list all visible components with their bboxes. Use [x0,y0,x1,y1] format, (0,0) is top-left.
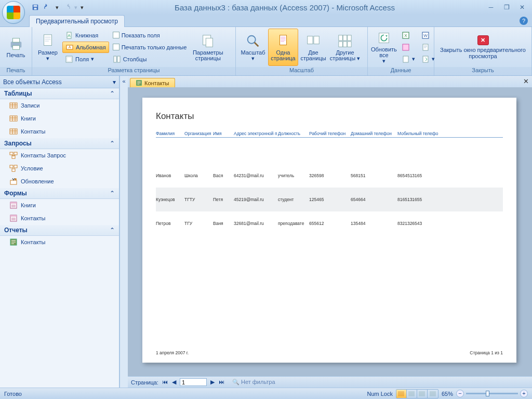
redo-button[interactable] [61,2,72,12]
view-layout-button[interactable] [417,390,428,398]
view-switcher [396,389,438,398]
nav-item-3-0[interactable]: Контакты [0,236,119,249]
object-icon [9,177,18,185]
size-button[interactable]: Размер▾ [34,29,61,66]
one-page-icon [275,33,291,49]
qat-custom-dropdown[interactable]: ▾ [80,2,84,12]
show-fields-check[interactable]: Показать поля [110,30,190,41]
svg-text:A: A [69,45,71,49]
data-only-check[interactable]: Печатать только данные [110,42,190,53]
svg-rect-37 [10,116,17,121]
svg-rect-13 [114,56,116,62]
redo-dropdown[interactable]: ▾ [74,2,78,12]
column-header: Рабочий телефон [309,131,351,136]
undo-dropdown[interactable]: ▾ [55,2,59,12]
nav-group-1[interactable]: Запросы⌃ [0,138,119,149]
export-sharepoint-button[interactable] [399,42,418,53]
export-excel-button[interactable]: X [399,30,418,41]
svg-rect-19 [308,36,313,44]
one-page-button[interactable]: Одна страница [268,29,298,66]
close-button[interactable]: ✕ [516,3,528,11]
svg-rect-45 [10,180,17,184]
column-header: Домашний телефон [351,131,397,136]
zoom-thumb[interactable] [486,391,489,396]
refresh-all-button[interactable]: Обновить все▾ [370,29,398,66]
nav-item-1-0[interactable]: Контакты Запрос [0,149,119,162]
nav-item-2-0[interactable]: Книги [0,199,119,212]
svg-rect-14 [117,56,120,62]
nav-collapse-button[interactable]: « [119,76,128,388]
more-pages-button[interactable]: Другие страницы ▾ [328,29,362,66]
two-pages-icon [305,33,321,49]
nav-item-1-2[interactable]: Обновление [0,175,119,188]
table-row: ИвановШколаВася64231@mail.ruучитель32659… [156,164,503,188]
group-data-label: Данные [368,67,434,75]
office-button[interactable] [2,1,25,24]
svg-point-17 [248,35,256,43]
svg-rect-36 [10,103,17,108]
document-tab-contacts[interactable]: Контакты [130,78,175,87]
zoom-button[interactable]: Масштаб▾ [238,29,268,66]
app-title: База данных3 : база данных (Access 2007)… [84,3,485,12]
zoom-out-button[interactable]: − [456,390,464,397]
view-print-button[interactable] [407,390,417,398]
svg-rect-34 [423,44,428,50]
document-viewport[interactable]: Контакты ФамилияОрганизацияИмяАдрес элек… [128,87,532,376]
nav-header[interactable]: Все объекты Access▾ [0,76,119,88]
portrait-button[interactable]: AКнижная [62,30,109,41]
columns-icon [113,55,121,63]
document-close-button[interactable]: ✕ [522,77,530,85]
undo-button[interactable] [43,2,53,12]
nav-item-2-1[interactable]: Контакты [0,212,119,225]
minimize-button[interactable]: ─ [485,3,497,11]
report-page: Контакты ФамилияОрганизацияИмяАдрес элек… [142,98,516,363]
table-row: КузнецовТГТУПетя45219@mail.ruстудент1254… [156,188,503,211]
group-close-label: Закрыть [434,67,531,75]
nav-group-2[interactable]: Формы⌃ [0,188,119,199]
column-header: Мобильный телефо [397,131,444,136]
column-header: Адрес электронной п [234,131,278,136]
svg-rect-2 [34,8,36,10]
svg-rect-6 [44,34,52,45]
nav-group-3[interactable]: Отчеты⌃ [0,225,119,236]
chevron-down-icon: ▾ [113,78,116,86]
prev-page-button[interactable]: ◀ [170,379,178,385]
landscape-button[interactable]: AАльбомная [62,42,109,53]
page-number-input[interactable] [180,378,207,386]
svg-rect-50 [10,215,17,217]
status-ready: Готово [4,391,22,397]
nav-item-0-0[interactable]: Записи [0,99,119,112]
zoom-slider[interactable] [466,393,518,394]
column-header: Должность [278,131,309,136]
close-preview-button[interactable]: ✕ Закрыть окно предварительного просмотр… [436,35,529,59]
save-button[interactable] [30,2,41,12]
view-design-button[interactable] [428,390,438,398]
svg-text:X: X [404,33,407,38]
object-icon [9,101,18,110]
zoom-in-button[interactable]: + [520,390,528,397]
nav-item-0-1[interactable]: Книги [0,112,119,125]
tab-print-preview[interactable]: Предварительный просмотр [29,15,125,27]
group-print-label: Печать [0,67,32,75]
next-page-button[interactable]: ▶ [209,379,216,385]
nav-item-0-2[interactable]: Контакты [0,125,119,138]
export-pdf-button[interactable]: ▾ [399,54,418,65]
nav-group-0[interactable]: Таблицы⌃ [0,88,119,99]
svg-rect-38 [10,129,17,134]
restore-button[interactable]: ❐ [501,3,512,11]
print-button[interactable]: Печать [2,29,30,66]
pdf-icon [402,55,410,63]
margins-button[interactable]: Поля ▾ [62,54,109,65]
last-page-button[interactable]: ⏭ [217,379,226,385]
filter-indicator[interactable]: 🔍 Нет фильтра [232,379,275,385]
svg-rect-24 [339,41,343,46]
page-setup-button[interactable]: Параметры страницы [190,29,225,66]
view-report-button[interactable] [396,390,407,398]
first-page-button[interactable]: ⏮ [161,379,169,385]
columns-button[interactable]: Столбцы [110,54,190,65]
layout-view-icon [419,391,425,396]
two-pages-button[interactable]: Две страницы [298,29,328,66]
help-button[interactable]: ? [520,17,528,25]
column-header: Организация [184,131,213,136]
nav-item-1-1[interactable]: Условие [0,162,119,175]
